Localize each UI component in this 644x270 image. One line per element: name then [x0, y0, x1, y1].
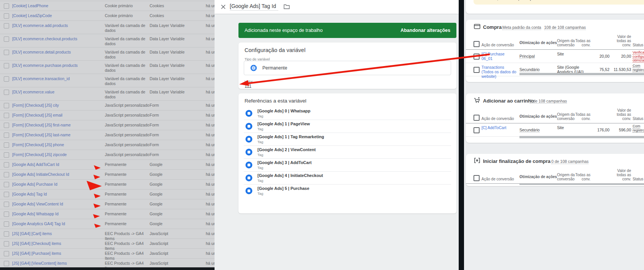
select-all-checkbox[interactable]	[474, 175, 480, 181]
reference-item[interactable]: [Google Ads] 3 | AddToCart Tag	[244, 159, 451, 172]
variable-name-link[interactable]: [JS] [GA4] [Cart] items	[12, 231, 93, 236]
variable-name-link[interactable]: [DLV] ecommerce.checkout.products	[12, 36, 93, 41]
col-status[interactable]: Status	[633, 117, 644, 121]
row-checkbox[interactable]	[4, 113, 9, 118]
variable-name-link[interactable]: [Google Ads] AddToCart Id	[12, 162, 93, 167]
row-checkbox[interactable]	[4, 23, 9, 28]
row-checkbox[interactable]	[4, 251, 9, 256]
account-default-goal-link[interactable]: Meta padrão da conta	[502, 25, 541, 30]
conversion-action-link[interactable]: [C] Purchase 06_01	[481, 52, 516, 61]
row-checkbox[interactable]	[4, 241, 9, 246]
variable-name-link[interactable]: [Cookie] LeadPhone	[12, 3, 93, 8]
row-checkbox[interactable]	[4, 202, 9, 207]
variable-name-link[interactable]: [DLV] ecommerce.value	[12, 90, 93, 95]
status-text[interactable]: Comregistro	[633, 124, 644, 132]
row-checkbox[interactable]	[474, 54, 480, 60]
campaigns-count-link[interactable]: 108 de 108 campanhas	[544, 25, 586, 30]
row-checkbox[interactable]	[4, 172, 9, 177]
horizontal-scrollbar[interactable]	[519, 184, 644, 185]
variable-name-link[interactable]: [Form] [Checkout] [JS] first-name	[12, 123, 93, 128]
col-action[interactable]: Ação de conversão	[481, 43, 514, 47]
row-checkbox[interactable]	[4, 152, 9, 158]
row-checkbox[interactable]	[4, 3, 9, 9]
row-checkbox[interactable]	[4, 142, 9, 148]
compra-rows: [C] Purchase 06_01 Principal Site 20,00 …	[466, 50, 644, 76]
row-checkbox[interactable]	[4, 63, 9, 68]
status-text[interactable]: Verificarconfiguração deotimização	[633, 51, 644, 63]
row-checkbox[interactable]	[4, 76, 9, 82]
reference-item[interactable]: [Google Ads] 0 | Whatsapp Tag	[244, 107, 451, 120]
row-checkbox[interactable]	[4, 50, 9, 55]
variable-name-link[interactable]: [JS] [GA4] [ViewContent] items	[12, 261, 93, 266]
row-checkbox[interactable]	[4, 192, 9, 197]
variable-name-link[interactable]: [Form] [Checkout] [JS] zipcode	[12, 152, 93, 157]
variable-name-link[interactable]: [Form] [Checkout] [JS] city	[12, 103, 93, 108]
variable-name-link[interactable]: [Google Ads] Purchase Id	[12, 182, 93, 187]
variable-name-link[interactable]: [JS] [GA4] [Checkout] items	[12, 241, 93, 246]
variable-category: Form	[150, 103, 203, 108]
variable-name-link[interactable]: [Google Ads] Whatsapp Id	[12, 212, 93, 216]
row-checkbox[interactable]	[4, 231, 9, 237]
reference-name: [Google Ads] 3 | AddToCart	[257, 160, 312, 165]
reference-item[interactable]: [Google Ads] 4 | InitiateCheckout Tag	[244, 172, 451, 185]
horizontal-scrollbar[interactable]	[519, 73, 644, 75]
optimization-value[interactable]: Principal	[519, 54, 535, 59]
horizontal-scrollbar[interactable]	[519, 136, 644, 138]
optimization-value[interactable]: Secundário	[519, 67, 540, 72]
select-all-checkbox[interactable]	[474, 115, 480, 121]
conversion-action-link[interactable]: [C] AddToCart	[481, 125, 516, 130]
variable-name-link[interactable]: [JS] [GA4] [Purchase] items	[12, 251, 93, 256]
campaigns-count-link[interactable]: 0 de 108 campanhas	[551, 159, 589, 164]
variable-name-link[interactable]: [Cookie] LeadZipCode	[12, 13, 93, 18]
col-all-conversions[interactable]: Todas as conv.	[573, 112, 590, 121]
row-checkbox[interactable]	[4, 36, 9, 42]
col-status[interactable]: Status	[633, 43, 644, 47]
close-icon[interactable]	[220, 3, 227, 10]
row-checkbox[interactable]	[474, 67, 480, 73]
row-checkbox[interactable]	[4, 123, 9, 128]
folder-icon[interactable]	[284, 4, 290, 9]
select-all-checkbox[interactable]	[474, 41, 480, 47]
col-action[interactable]: Ação de conversão	[481, 117, 514, 121]
variable-name-link[interactable]: [DLV] ecommerce.purchase.products	[12, 63, 93, 68]
col-action[interactable]: Ação de conversão	[481, 177, 514, 181]
row-checkbox[interactable]	[4, 182, 9, 187]
row-checkbox[interactable]	[4, 261, 9, 266]
variable-name-link[interactable]: [DLV] ecommerce.detail.products	[12, 50, 93, 55]
reference-item[interactable]: [Google Ads] 1 | Tag Remarketing Tag	[244, 133, 451, 146]
status-text[interactable]: Comregistro	[633, 64, 644, 72]
variable-name-link[interactable]: [Google Ads] ViewContent Id	[12, 202, 93, 207]
variable-name-link[interactable]: [DLV] ecommerce.transaction_id	[12, 76, 93, 81]
col-all-conversions[interactable]: Todas as conv.	[573, 173, 590, 181]
reference-item[interactable]: [Google Ads] 1 | PageView Tag	[244, 120, 451, 133]
col-status[interactable]: Status	[633, 177, 644, 181]
variable-name-link[interactable]: [Form] [Checkout] [JS] phone	[12, 142, 93, 147]
value-field[interactable]: 111	[245, 84, 251, 89]
variable-title-input[interactable]: [Google Ads] Tag Id	[230, 3, 278, 11]
variable-name-link[interactable]: [DLV] ecommerce.add.products	[12, 23, 93, 28]
row-checkbox[interactable]	[4, 13, 9, 19]
col-conversions-value[interactable]: Valor de todas as conv.	[614, 35, 631, 47]
col-conversions-value[interactable]: Valor de todas as conv.	[614, 108, 631, 121]
row-checkbox[interactable]	[4, 90, 9, 95]
row-checkbox[interactable]	[474, 127, 480, 133]
row-checkbox[interactable]	[4, 221, 9, 227]
reference-item[interactable]: [Google Ads] 5 | Purchase Tag	[244, 185, 451, 197]
abandon-changes-button[interactable]: Abandonar alterações	[401, 28, 450, 33]
variable-name-link[interactable]: [Google Ads] Tag Id	[12, 192, 93, 197]
row-checkbox[interactable]	[4, 103, 9, 108]
col-all-conversions[interactable]: Todas as conv.	[573, 39, 590, 47]
variable-name-link[interactable]: [Form] [Checkout] [JS] last-name	[12, 133, 93, 137]
campaigns-count-link[interactable]: 0 de 108 campanhas	[530, 99, 567, 104]
col-conversions-value[interactable]: Valor de todas as conv.	[614, 169, 631, 181]
row-checkbox[interactable]	[4, 212, 9, 217]
variable-name-link[interactable]: [Form] [Checkout] [JS] email	[12, 113, 93, 118]
variable-type-selector[interactable]: Permanente	[244, 61, 451, 75]
reference-item[interactable]: [Google Ads] 2 | ViewContent Tag	[244, 146, 451, 159]
conversion-action-link[interactable]: Transactions (Todos os dados do website)	[481, 65, 516, 79]
row-checkbox[interactable]	[4, 133, 9, 138]
row-checkbox[interactable]	[4, 162, 9, 167]
variable-name-link[interactable]: [Google Ads] InitiateCheckout Id	[12, 172, 93, 177]
optimization-value[interactable]: Secundário	[519, 128, 540, 133]
variable-name-link[interactable]: [Google Analytics GA4] Tag Id	[12, 221, 93, 226]
